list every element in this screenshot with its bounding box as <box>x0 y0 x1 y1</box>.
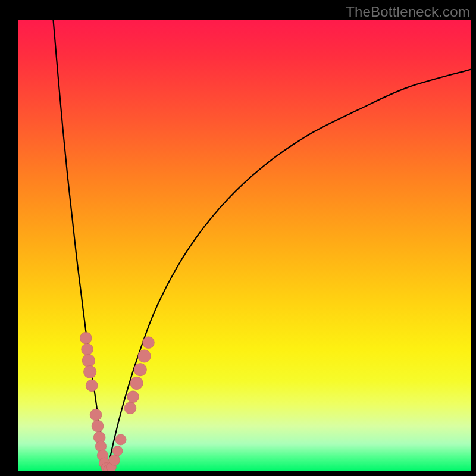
data-marker <box>83 365 96 378</box>
data-marker <box>86 380 98 392</box>
curve-right-branch <box>107 69 471 471</box>
data-marker <box>143 337 155 349</box>
data-marker <box>138 350 151 362</box>
data-marker <box>82 354 95 367</box>
data-marker <box>127 391 139 403</box>
data-marker <box>130 377 143 389</box>
curve-left-branch <box>53 20 107 471</box>
data-marker <box>80 332 92 344</box>
data-marker <box>112 446 123 456</box>
chart-svg <box>18 20 471 471</box>
watermark-text: TheBottleneck.com <box>346 4 470 20</box>
data-marker <box>82 343 93 355</box>
data-marker <box>115 434 126 445</box>
data-marker <box>90 409 102 421</box>
plot-area <box>18 20 471 471</box>
chart-frame: TheBottleneck.com <box>0 0 476 476</box>
data-markers-group <box>80 332 154 471</box>
data-marker <box>109 455 120 465</box>
data-marker <box>134 364 146 376</box>
data-marker <box>124 402 136 414</box>
data-marker <box>92 420 104 432</box>
